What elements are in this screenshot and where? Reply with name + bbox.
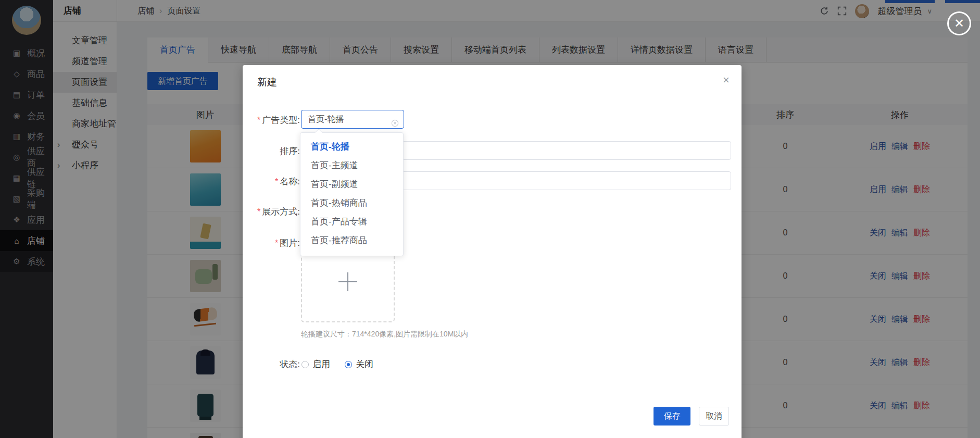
- required-star: *: [257, 207, 260, 216]
- dropdown-option-2[interactable]: 首页-副频道: [300, 175, 403, 194]
- status-row: 状态: 启用 关闭: [243, 358, 742, 371]
- sort-label: 排序:: [246, 145, 300, 157]
- dropdown-option-0[interactable]: 首页-轮播: [300, 137, 403, 156]
- save-button[interactable]: 保存: [654, 407, 690, 426]
- image-label: *图片:: [246, 237, 300, 249]
- radio-enable[interactable]: [301, 361, 309, 368]
- upload-hint: 轮播建议尺寸：714*420像素,图片需限制在10M以内: [301, 330, 468, 339]
- clear-icon[interactable]: [391, 116, 399, 123]
- status-label: 状态:: [246, 358, 300, 370]
- ad-type-label: *广告类型:: [246, 114, 300, 126]
- dialog-close-icon[interactable]: ×: [723, 74, 730, 86]
- ad-type-selected-value: 首页-轮播: [308, 115, 344, 123]
- required-star: *: [275, 177, 278, 186]
- plus-icon: [338, 272, 357, 291]
- close-icon: ✕: [954, 16, 964, 31]
- dialog-title: 新建: [257, 76, 277, 89]
- required-star: *: [257, 116, 260, 124]
- display-mode-label: *展示方式:: [246, 206, 300, 218]
- floating-close-button[interactable]: ✕: [947, 11, 971, 35]
- app-window: ▣概况◇商品▤订单◉会员▥财务◎供应商▦供应链▧采购端❖应用⌂店铺⚙系统 店铺 …: [0, 0, 980, 438]
- name-label: *名称:: [246, 176, 300, 187]
- dropdown-options: 首页-轮播首页-主频道首页-副频道首页-热销商品首页-产品专辑首页-推荐商品: [300, 137, 403, 250]
- dropdown-option-1[interactable]: 首页-主频道: [300, 156, 403, 175]
- ad-type-dropdown: 首页-轮播首页-主频道首页-副频道首页-热销商品首页-产品专辑首页-推荐商品: [300, 132, 404, 256]
- required-star: *: [275, 239, 278, 247]
- radio-enable-label[interactable]: 启用: [312, 358, 330, 371]
- ad-type-select[interactable]: 首页-轮播: [301, 110, 404, 129]
- dropdown-option-3[interactable]: 首页-热销商品: [300, 194, 403, 212]
- radio-disable[interactable]: [345, 361, 352, 368]
- dropdown-option-5[interactable]: 首页-推荐商品: [300, 231, 403, 250]
- cancel-button[interactable]: 取消: [699, 407, 729, 426]
- radio-disable-label[interactable]: 关闭: [356, 358, 373, 371]
- dropdown-arrow: [315, 129, 322, 136]
- new-ad-dialog: 新建 × *广告类型: 首页-轮播 排序: *名称: *展示方式: *图片:: [243, 65, 742, 438]
- dropdown-option-4[interactable]: 首页-产品专辑: [300, 212, 403, 231]
